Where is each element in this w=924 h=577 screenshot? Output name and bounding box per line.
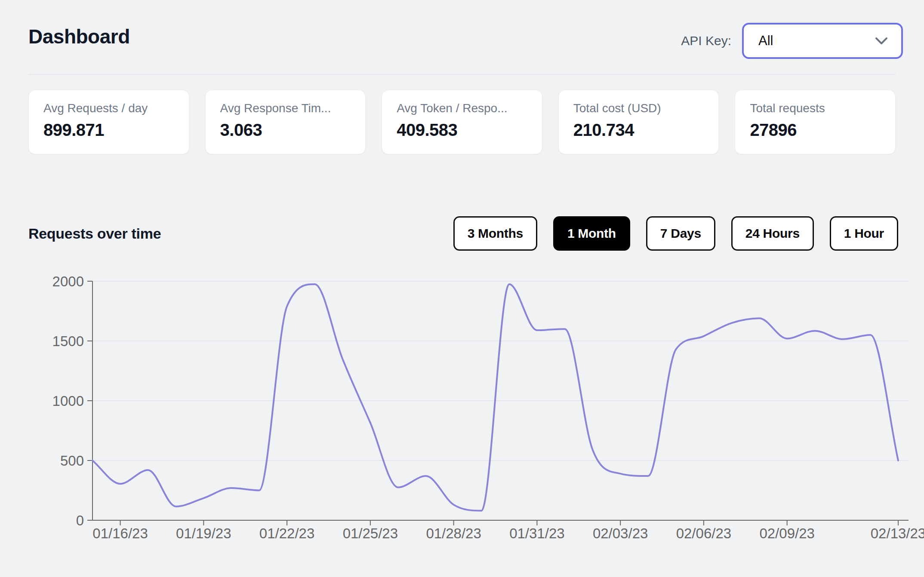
stat-card: Avg Requests / day899.871 bbox=[28, 90, 189, 154]
svg-text:02/03/23: 02/03/23 bbox=[593, 525, 648, 541]
stat-card-label: Avg Token / Respo... bbox=[397, 101, 527, 115]
svg-text:01/31/23: 01/31/23 bbox=[509, 525, 564, 541]
svg-text:1000: 1000 bbox=[52, 393, 84, 409]
page-title: Dashboard bbox=[28, 25, 130, 48]
stat-card: Total cost (USD)210.734 bbox=[558, 90, 719, 154]
chevron-down-icon bbox=[875, 37, 888, 45]
svg-text:0: 0 bbox=[76, 513, 84, 528]
svg-text:01/28/23: 01/28/23 bbox=[426, 525, 481, 541]
api-key-select[interactable]: All bbox=[742, 23, 903, 59]
header-divider bbox=[28, 74, 896, 75]
api-key-selected-value: All bbox=[758, 33, 875, 49]
stat-card: Total requests27896 bbox=[735, 90, 896, 154]
svg-text:01/19/23: 01/19/23 bbox=[176, 525, 231, 541]
chart-container: 050010001500200001/16/2301/19/2301/22/23… bbox=[0, 258, 924, 577]
stat-card-value: 27896 bbox=[750, 120, 881, 140]
svg-text:01/16/23: 01/16/23 bbox=[92, 525, 148, 541]
stat-card-value: 3.063 bbox=[220, 120, 351, 140]
stat-card-label: Avg Response Tim... bbox=[220, 101, 351, 115]
section-title: Requests over time bbox=[28, 225, 161, 242]
svg-text:01/22/23: 01/22/23 bbox=[259, 525, 314, 541]
range-button-3-months[interactable]: 3 Months bbox=[453, 216, 537, 251]
svg-text:500: 500 bbox=[60, 453, 84, 469]
stat-card: Avg Token / Respo...409.583 bbox=[382, 90, 542, 154]
stat-card-label: Avg Requests / day bbox=[43, 101, 174, 115]
requests-line-series bbox=[92, 284, 898, 511]
range-button-7-days[interactable]: 7 Days bbox=[646, 216, 715, 251]
svg-text:02/13/23: 02/13/23 bbox=[871, 525, 924, 541]
svg-text:01/25/23: 01/25/23 bbox=[343, 525, 398, 541]
range-button-1-month[interactable]: 1 Month bbox=[553, 216, 630, 251]
stat-card-label: Total cost (USD) bbox=[573, 101, 704, 115]
stat-card-value: 899.871 bbox=[43, 120, 174, 140]
range-button-24-hours[interactable]: 24 Hours bbox=[731, 216, 814, 251]
stat-card-label: Total requests bbox=[750, 101, 881, 115]
requests-chart: 050010001500200001/16/2301/19/2301/22/23… bbox=[0, 258, 924, 577]
svg-text:02/06/23: 02/06/23 bbox=[676, 525, 731, 541]
range-button-1-hour[interactable]: 1 Hour bbox=[830, 216, 898, 251]
stat-card-value: 210.734 bbox=[573, 120, 704, 140]
api-key-label: API Key: bbox=[681, 34, 731, 48]
svg-text:2000: 2000 bbox=[52, 273, 84, 289]
stats-row: Avg Requests / day899.871Avg Response Ti… bbox=[28, 90, 896, 154]
stat-card: Avg Response Tim...3.063 bbox=[205, 90, 366, 154]
svg-text:1500: 1500 bbox=[52, 333, 84, 349]
stat-card-value: 409.583 bbox=[397, 120, 527, 140]
time-range-buttons: 3 Months1 Month7 Days24 Hours1 Hour bbox=[453, 216, 898, 251]
svg-text:02/09/23: 02/09/23 bbox=[759, 525, 814, 541]
